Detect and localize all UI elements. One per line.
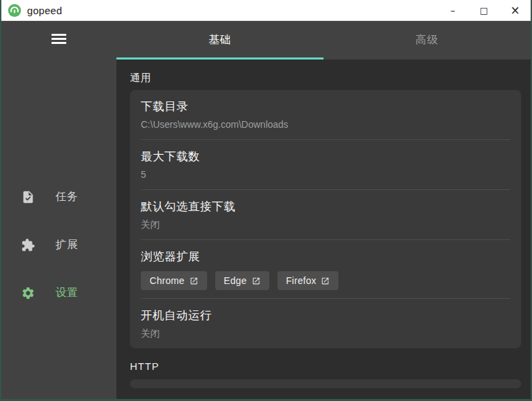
app-title: gopeed bbox=[27, 5, 62, 16]
extension-buttons: Chrome Edge Firefox bbox=[141, 271, 510, 290]
edge-extension-button[interactable]: Edge bbox=[215, 271, 269, 290]
sidebar-item-label: 扩展 bbox=[56, 238, 79, 252]
button-label: Firefox bbox=[286, 275, 317, 286]
gear-icon bbox=[21, 286, 35, 300]
window-controls: – □ × bbox=[437, 0, 531, 20]
setting-value: 5 bbox=[141, 168, 510, 181]
setting-title: 浏览器扩展 bbox=[141, 249, 510, 265]
maximize-button[interactable]: □ bbox=[468, 0, 500, 20]
sidebar: 任务 扩展 设置 bbox=[1, 21, 116, 399]
active-tab-indicator bbox=[116, 57, 324, 60]
section-header-http: HTTP bbox=[130, 360, 518, 373]
setting-row-max-downloads[interactable]: 最大下载数 5 bbox=[130, 140, 521, 189]
setting-title: 最大下载数 bbox=[141, 149, 510, 165]
puzzle-icon bbox=[21, 238, 35, 252]
setting-title: 默认勾选直接下载 bbox=[141, 199, 510, 215]
minimize-button[interactable]: – bbox=[437, 0, 468, 20]
main-panel: 基础 高级 通用 下载目录 C:\Users\www.x6g.com\Downl… bbox=[116, 21, 531, 399]
setting-row-direct-download[interactable]: 默认勾选直接下载 关闭 bbox=[130, 190, 521, 239]
setting-value: 关闭 bbox=[141, 218, 510, 231]
setting-row-autostart[interactable]: 开机自动运行 关闭 bbox=[130, 299, 521, 348]
setting-row-browser-extensions: 浏览器扩展 Chrome Edge Firefox bbox=[130, 240, 521, 298]
close-button[interactable]: × bbox=[500, 0, 531, 20]
setting-title: 下载目录 bbox=[141, 99, 510, 115]
tab-basic[interactable]: 基础 bbox=[116, 21, 324, 60]
titlebar: gopeed – □ × bbox=[1, 0, 531, 21]
firefox-extension-button[interactable]: Firefox bbox=[278, 271, 339, 290]
section-header-general: 通用 bbox=[130, 71, 518, 85]
setting-title: 开机自动运行 bbox=[141, 308, 510, 324]
general-settings-card: 下载目录 C:\Users\www.x6g.com\Downloads 最大下载… bbox=[130, 90, 521, 348]
sidebar-item-extensions[interactable]: 扩展 bbox=[1, 231, 116, 259]
sidebar-item-label: 设置 bbox=[56, 286, 79, 300]
gopeed-logo-icon bbox=[8, 4, 21, 17]
setting-row-download-dir[interactable]: 下载目录 C:\Users\www.x6g.com\Downloads bbox=[130, 90, 521, 139]
sidebar-item-tasks[interactable]: 任务 bbox=[1, 183, 116, 211]
app-body: 任务 扩展 设置 基础 高级 bbox=[1, 21, 531, 399]
button-label: Chrome bbox=[150, 275, 185, 286]
setting-value: 关闭 bbox=[141, 327, 510, 340]
sidebar-nav: 任务 扩展 设置 bbox=[1, 183, 116, 327]
open-in-new-icon bbox=[190, 277, 198, 285]
app-window: gopeed – □ × 任务 bbox=[0, 0, 532, 401]
menu-hamburger-icon[interactable] bbox=[45, 30, 72, 47]
settings-tabbar: 基础 高级 bbox=[116, 21, 531, 60]
task-file-icon bbox=[21, 190, 35, 204]
setting-value: C:\Users\www.x6g.com\Downloads bbox=[141, 118, 510, 131]
http-settings-card-clipped bbox=[130, 379, 521, 388]
button-label: Edge bbox=[224, 275, 247, 286]
open-in-new-icon bbox=[252, 277, 261, 285]
settings-content: 通用 下载目录 C:\Users\www.x6g.com\Downloads 最… bbox=[116, 60, 531, 399]
open-in-new-icon bbox=[321, 277, 330, 285]
sidebar-item-settings[interactable]: 设置 bbox=[1, 279, 116, 307]
tab-advanced[interactable]: 高级 bbox=[324, 21, 531, 60]
chrome-extension-button[interactable]: Chrome bbox=[141, 271, 207, 290]
sidebar-item-label: 任务 bbox=[56, 190, 79, 204]
